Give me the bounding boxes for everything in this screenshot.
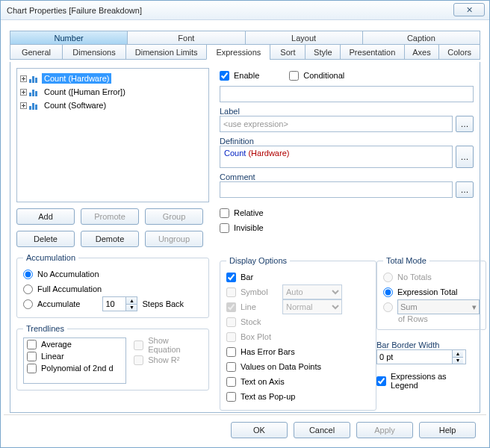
spinner-down-icon[interactable]: ▼ <box>125 305 137 311</box>
trend-average-check[interactable] <box>27 340 37 349</box>
tree-item[interactable]: Count ([Human Error]) <box>19 85 207 99</box>
conditional-input[interactable] <box>220 86 474 102</box>
full-accumulation-radio[interactable] <box>23 284 33 294</box>
steps-back-label: Steps Back <box>142 299 184 308</box>
dialog-footer: OK Cancel Apply Help <box>4 414 486 444</box>
text-on-axis-label: Text on Axis <box>241 377 285 386</box>
accumulate-radio[interactable] <box>23 299 33 309</box>
text-on-axis-check[interactable] <box>226 377 236 387</box>
titlebar: Chart Properties [Failure Breakdown] ✕ <box>1 1 489 20</box>
steps-back-input[interactable] <box>103 297 125 311</box>
expression-total-radio[interactable] <box>383 287 393 297</box>
expressions-tree[interactable]: Count (Hardware) Count ([Human Error]) C… <box>16 68 209 202</box>
label-browse-button[interactable]: … <box>456 116 474 132</box>
definition-text-1: Count <box>224 149 248 158</box>
spinner-up-icon[interactable]: ▲ <box>125 297 137 305</box>
line-select: Normal <box>282 299 342 314</box>
no-totals-radio <box>383 273 393 282</box>
tab-presentation[interactable]: Presentation <box>340 44 404 60</box>
trend-poly2-check[interactable] <box>27 364 37 373</box>
comment-browse-button[interactable]: … <box>456 181 474 198</box>
of-rows-label: of Rows <box>383 314 480 323</box>
tab-panel: Count (Hardware) Count ([Human Error]) C… <box>10 62 480 413</box>
symbol-select: Auto <box>282 284 342 299</box>
label-field-label: Label <box>220 107 474 116</box>
tab-axes[interactable]: Axes <box>404 44 440 60</box>
add-button[interactable]: Add <box>16 208 75 225</box>
tab-style[interactable]: Style <box>305 44 341 60</box>
trend-poly2-label: Polynomial of 2nd d <box>41 364 114 373</box>
definition-input[interactable]: Count (Hardware) <box>220 146 453 168</box>
tree-item[interactable]: Count (Software) <box>19 99 207 112</box>
tab-general[interactable]: General <box>10 44 63 60</box>
chevron-down-icon: ▾ <box>472 302 477 312</box>
dialog-window: Chart Properties [Failure Breakdown] ✕ N… <box>0 0 490 448</box>
label-input[interactable] <box>220 116 453 132</box>
tab-sort[interactable]: Sort <box>270 44 306 60</box>
bar-check[interactable] <box>226 273 236 282</box>
text-as-popup-label: Text as Pop-up <box>241 392 295 401</box>
demote-button[interactable]: Demote <box>81 231 139 247</box>
tree-item-label: Count ([Human Error]) <box>42 87 128 97</box>
error-bars-check[interactable] <box>226 347 236 357</box>
group-button[interactable]: Group <box>145 208 203 225</box>
apply-button[interactable]: Apply <box>356 422 413 438</box>
button-row-2: Delete Demote Ungroup <box>16 231 209 247</box>
tree-item-label: Count (Hardware) <box>42 73 111 84</box>
spinner-up-icon[interactable]: ▲ <box>452 350 463 358</box>
close-icon: ✕ <box>466 5 473 15</box>
close-button[interactable]: ✕ <box>453 3 485 16</box>
definition-browse-button[interactable]: … <box>456 146 474 168</box>
steps-back-spinner[interactable]: ▲▼ <box>102 296 137 311</box>
trend-average-label: Average <box>41 340 72 349</box>
no-accumulation-radio[interactable] <box>23 270 33 279</box>
tab-dimension-limits[interactable]: Dimension Limits <box>125 44 207 60</box>
bar-border-width-spinner[interactable]: ▲▼ <box>376 349 466 364</box>
bar-border-width-label: Bar Border Width <box>376 340 474 349</box>
enable-label: Enable <box>234 71 259 80</box>
expressions-as-legend-check[interactable] <box>376 376 386 386</box>
tab-dimensions[interactable]: Dimensions <box>62 44 126 60</box>
text-as-popup-check[interactable] <box>226 392 236 402</box>
ungroup-button[interactable]: Ungroup <box>145 231 203 247</box>
tab-row-upper: Number Font Layout Caption <box>4 31 486 45</box>
tab-number[interactable]: Number <box>10 31 128 45</box>
promote-button[interactable]: Promote <box>81 208 139 225</box>
expand-icon[interactable] <box>20 75 27 82</box>
trendlines-list[interactable]: Average Linear Polynomial of 2nd d <box>23 337 126 384</box>
relative-check[interactable] <box>220 208 229 218</box>
ellipsis-icon: … <box>461 152 469 161</box>
stock-label: Stock <box>241 317 261 326</box>
tree-item-label: Count (Software) <box>42 100 108 111</box>
comment-input[interactable] <box>220 181 453 198</box>
tab-colors[interactable]: Colors <box>438 44 480 60</box>
expand-icon[interactable] <box>20 102 27 109</box>
no-accumulation-label: No Accumulation <box>37 270 99 279</box>
definition-field-label: Definition <box>220 137 474 146</box>
spinner-down-icon[interactable]: ▼ <box>452 358 463 364</box>
tab-expressions[interactable]: Expressions <box>206 44 270 60</box>
total-mode-group: Total Mode No Totals Expression Total Su… <box>376 256 486 330</box>
values-on-data-points-label: Values on Data Points <box>241 362 321 371</box>
tree-item[interactable]: Count (Hardware) <box>19 72 207 85</box>
values-on-data-points-check[interactable] <box>226 362 236 372</box>
invisible-check[interactable] <box>220 223 229 233</box>
trend-linear-check[interactable] <box>27 352 37 361</box>
expand-icon[interactable] <box>20 89 27 96</box>
tab-font[interactable]: Font <box>127 31 245 45</box>
enable-check[interactable] <box>220 71 229 81</box>
help-button[interactable]: Help <box>419 422 476 438</box>
tab-caption[interactable]: Caption <box>362 31 480 45</box>
tab-row-lower: General Dimensions Dimension Limits Expr… <box>4 44 486 60</box>
show-r2-check <box>134 355 143 365</box>
bar-border-width-input[interactable] <box>377 350 452 364</box>
expressions-as-legend-label: Expressions as Legend <box>391 372 474 390</box>
left-column: Count (Hardware) Count ([Human Error]) C… <box>16 68 209 391</box>
delete-button[interactable]: Delete <box>16 231 75 247</box>
bar-chart-icon <box>29 101 40 110</box>
ok-button[interactable]: OK <box>231 422 288 438</box>
tab-layout[interactable]: Layout <box>245 31 363 45</box>
cancel-button[interactable]: Cancel <box>294 422 350 438</box>
conditional-check[interactable] <box>289 71 299 81</box>
conditional-label: Conditional <box>303 71 344 80</box>
